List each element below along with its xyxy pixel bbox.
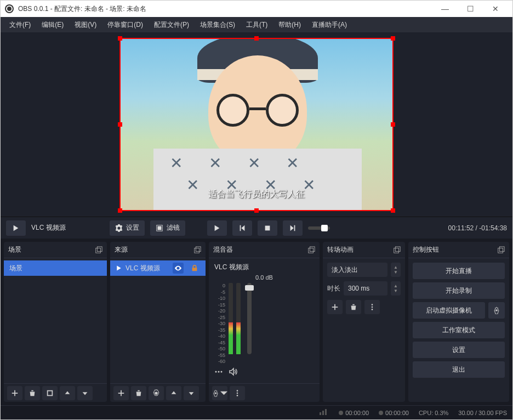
source-visibility-toggle[interactable] — [173, 263, 184, 274]
svg-point-15 — [237, 390, 238, 391]
preview-area[interactable]: 适合当飞行员的大写人征 — [1, 32, 512, 217]
resize-handle-t[interactable] — [254, 36, 259, 41]
start-virtualcam-button[interactable]: 启动虚拟摄像机 — [413, 302, 485, 319]
start-recording-button[interactable]: 开始录制 — [413, 282, 505, 299]
media-progress-slider[interactable] — [308, 226, 330, 230]
media-prev-button[interactable] — [232, 220, 252, 236]
close-button[interactable]: ✕ — [483, 1, 508, 17]
dock-popout-icon[interactable] — [497, 246, 505, 254]
menu-profile[interactable]: 配置文件(P) — [150, 18, 193, 32]
dock-popout-icon[interactable] — [95, 246, 102, 254]
remove-source-button[interactable] — [131, 386, 146, 400]
source-selection-box[interactable]: 适合当飞行员的大写人征 — [119, 38, 394, 211]
video-source-preview[interactable]: 适合当飞行员的大写人征 — [121, 39, 392, 210]
media-next-button[interactable] — [283, 220, 303, 236]
record-time: 00:00:00 — [379, 410, 409, 416]
svg-point-17 — [237, 395, 238, 396]
audio-meter-right — [236, 283, 241, 354]
cpu-usage: CPU: 0.3% — [419, 410, 448, 416]
docks-area: 场景 场景 来源 VLC 视频源 — [1, 239, 512, 405]
selected-source-label: VLC 视频源 — [31, 223, 66, 232]
scene-down-button[interactable] — [77, 386, 93, 400]
duration-input[interactable]: 300 ms — [344, 281, 387, 296]
resize-handle-tl[interactable] — [118, 36, 122, 41]
scene-item[interactable]: 场景 — [4, 260, 107, 276]
menu-help[interactable]: 帮助(H) — [274, 18, 305, 32]
menu-dock[interactable]: 停靠窗口(D) — [103, 18, 147, 32]
menu-tools[interactable]: 工具(T) — [242, 18, 272, 32]
resize-handle-b[interactable] — [254, 208, 259, 213]
add-source-button[interactable] — [113, 386, 129, 400]
scene-filters-button[interactable] — [42, 386, 58, 400]
dock-popout-icon[interactable] — [193, 246, 201, 254]
menu-view[interactable]: 视图(V) — [70, 18, 101, 32]
resize-handle-bl[interactable] — [118, 208, 122, 213]
svg-rect-3 — [96, 248, 101, 253]
menu-file[interactable]: 文件(F) — [5, 18, 35, 32]
mixer-menu-button[interactable] — [230, 386, 245, 400]
start-streaming-button[interactable]: 开始直播 — [413, 263, 505, 279]
source-item[interactable]: VLC 视频源 — [110, 260, 206, 276]
minimize-button[interactable]: — — [432, 1, 458, 17]
fps-display: 30.00 / 30.00 FPS — [458, 410, 507, 416]
exit-button[interactable]: 退出 — [413, 361, 505, 378]
source-properties-button[interactable] — [149, 386, 164, 400]
play-icon — [116, 265, 122, 271]
resize-handle-tr[interactable] — [391, 36, 395, 41]
dock-popout-icon[interactable] — [307, 246, 315, 254]
svg-rect-19 — [395, 246, 400, 251]
controls-title: 控制按钮 — [413, 245, 439, 254]
mixer-scale: 0-5-10-15-20-25-30-35-40-45-50-55-60 — [214, 283, 225, 364]
menu-scene-collection[interactable]: 场景集合(S) — [196, 18, 240, 32]
maximize-button[interactable]: ☐ — [458, 1, 483, 17]
mixer-more-icon[interactable] — [214, 367, 223, 376]
play-source-icon[interactable] — [6, 220, 26, 236]
studio-mode-button[interactable]: 工作室模式 — [413, 322, 505, 338]
remove-scene-button[interactable] — [25, 386, 40, 400]
svg-rect-6 — [195, 248, 200, 253]
mixer-settings-button[interactable] — [212, 386, 227, 400]
mixer-mute-icon[interactable] — [229, 367, 237, 376]
source-up-button[interactable] — [166, 386, 181, 400]
media-play-button[interactable] — [207, 220, 227, 236]
svg-point-16 — [237, 392, 238, 394]
transition-menu-button[interactable] — [364, 300, 380, 314]
virtualcam-settings-button[interactable] — [488, 302, 505, 319]
transition-select[interactable]: 淡入淡出 — [327, 263, 387, 277]
svg-point-22 — [372, 309, 373, 310]
media-stop-button[interactable] — [258, 220, 277, 236]
source-down-button[interactable] — [184, 386, 199, 400]
svg-point-12 — [218, 371, 220, 373]
resize-handle-r[interactable] — [391, 122, 395, 127]
source-lock-toggle[interactable] — [189, 263, 200, 274]
duration-label: 时长 — [327, 284, 340, 293]
svg-rect-2 — [265, 225, 270, 230]
svg-rect-18 — [394, 248, 399, 253]
transition-select-spinner[interactable]: ▲▼ — [391, 263, 401, 277]
add-scene-button[interactable] — [7, 386, 22, 400]
svg-point-8 — [155, 391, 157, 394]
svg-point-25 — [495, 309, 498, 311]
source-settings-button[interactable]: 设置 — [110, 220, 145, 236]
mixer-panel: 混音器 VLC 视频源 0.0 dB 0-5-10-15-20-25-30-35… — [209, 242, 320, 402]
source-filters-button[interactable]: 滤镜 — [150, 220, 185, 236]
stream-time: 00:00:00 — [339, 410, 369, 416]
menu-edit[interactable]: 编辑(E) — [37, 18, 68, 32]
svg-rect-1 — [157, 226, 161, 230]
add-transition-button[interactable] — [327, 300, 343, 314]
sources-title: 来源 — [115, 245, 128, 254]
svg-point-21 — [372, 307, 373, 308]
svg-point-14 — [215, 392, 216, 394]
scene-up-button[interactable] — [60, 386, 75, 400]
svg-rect-5 — [48, 390, 53, 395]
transitions-title: 转场动画 — [327, 245, 354, 254]
duration-spinner[interactable]: ▲▼ — [391, 281, 401, 296]
remove-transition-button[interactable] — [346, 300, 361, 314]
media-controls-bar: VLC 视频源 设置 滤镜 00:11:52 / -01:54:38 — [1, 217, 512, 239]
dock-popout-icon[interactable] — [393, 246, 401, 254]
resize-handle-l[interactable] — [118, 122, 122, 127]
volume-slider[interactable] — [247, 283, 252, 354]
resize-handle-br[interactable] — [391, 208, 395, 213]
settings-button[interactable]: 设置 — [413, 342, 505, 358]
menu-stream-assist[interactable]: 直播助手(A) — [307, 18, 351, 32]
